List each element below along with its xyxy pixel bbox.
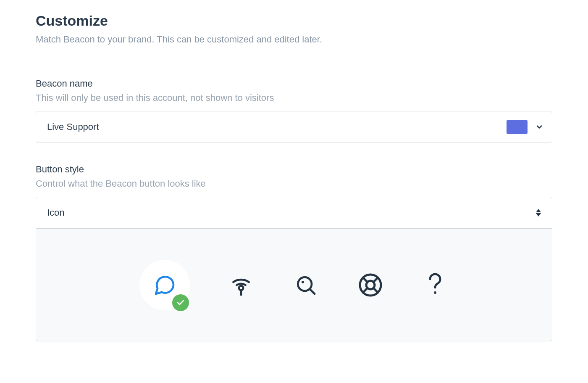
color-swatch[interactable]: [507, 120, 528, 134]
icon-option-beacon[interactable]: [228, 272, 255, 298]
page-subtitle: Match Beacon to your brand. This can be …: [36, 34, 552, 45]
svg-line-10: [363, 288, 368, 293]
icon-option-chat[interactable]: [139, 260, 190, 310]
beacon-name-field: Beacon name This will only be used in th…: [36, 78, 552, 143]
check-icon: [172, 294, 189, 311]
divider: [36, 57, 552, 57]
icon-picker: [36, 229, 552, 341]
page-title: Customize: [36, 13, 552, 29]
lifebuoy-icon: [358, 272, 383, 298]
question-icon: [425, 272, 445, 298]
beacon-name-hint: This will only be used in this account, …: [36, 92, 552, 103]
icon-option-question[interactable]: [422, 272, 449, 298]
svg-point-11: [434, 291, 436, 294]
beacon-name-label: Beacon name: [36, 78, 552, 89]
svg-line-7: [363, 277, 368, 282]
search-icon: [294, 273, 318, 297]
chevron-down-icon[interactable]: [535, 123, 543, 131]
svg-line-3: [310, 289, 315, 294]
button-style-hint: Control what the Beacon button looks lik…: [36, 178, 552, 189]
chat-icon: [153, 273, 176, 297]
button-style-field: Button style Control what the Beacon but…: [36, 164, 552, 341]
beacon-icon: [229, 273, 253, 297]
button-style-label: Button style: [36, 164, 552, 175]
icon-option-search[interactable]: [292, 272, 319, 298]
icon-option-lifebuoy[interactable]: [357, 272, 384, 298]
button-style-select[interactable]: Icon: [36, 197, 552, 229]
beacon-name-input-row: [36, 111, 552, 143]
svg-line-8: [373, 288, 378, 293]
svg-point-4: [302, 281, 304, 283]
svg-line-9: [373, 277, 378, 282]
button-style-value: Icon: [47, 207, 65, 218]
beacon-name-input[interactable]: [47, 122, 507, 132]
sort-icon: [536, 209, 541, 217]
